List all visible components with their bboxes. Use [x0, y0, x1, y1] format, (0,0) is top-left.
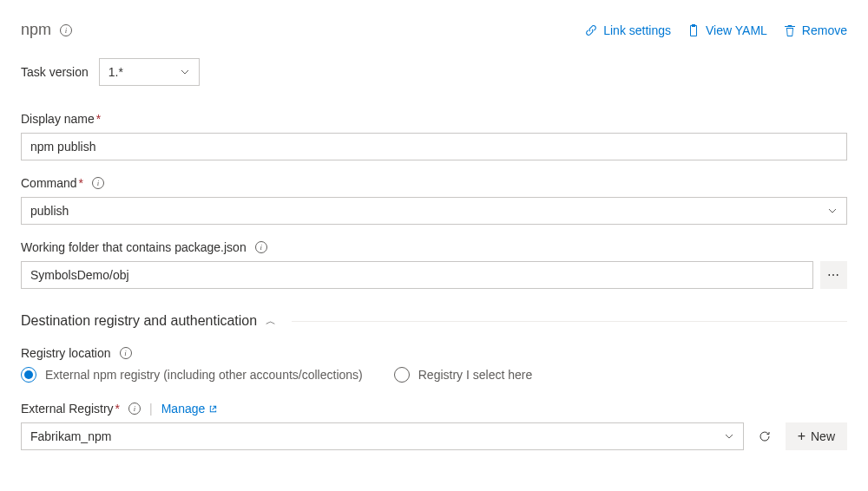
display-name-field: Display name*	[21, 112, 847, 160]
external-registry-label: External Registry	[21, 402, 114, 416]
remove-label: Remove	[802, 23, 847, 37]
working-folder-input[interactable]	[21, 261, 813, 289]
info-icon[interactable]: i	[255, 241, 267, 253]
task-header: npm i Link settings View YAML Remove	[21, 21, 847, 39]
radio-external-npm[interactable]: External npm registry (including other a…	[21, 367, 363, 383]
separator: |	[149, 402, 153, 416]
info-icon[interactable]: i	[60, 24, 72, 36]
section-title: Destination registry and authentication	[21, 313, 257, 329]
radio-select-here[interactable]: Registry I select here	[394, 367, 533, 383]
registry-location-label-row: Registry location i	[21, 346, 847, 360]
required-indicator: *	[115, 402, 120, 416]
ellipsis-icon: ⋯	[827, 268, 839, 282]
radio-circle	[394, 367, 410, 383]
required-indicator: *	[79, 176, 83, 190]
manage-label: Manage	[161, 402, 206, 416]
working-folder-label: Working folder that contains package.jso…	[21, 240, 247, 254]
refresh-button[interactable]	[751, 422, 779, 450]
task-version-label: Task version	[21, 65, 89, 79]
command-field: Command* i publish	[21, 176, 847, 225]
info-icon[interactable]: i	[128, 403, 141, 415]
remove-button[interactable]: Remove	[783, 23, 847, 37]
chevron-up-icon: ︿	[266, 314, 276, 329]
link-settings-button[interactable]: Link settings	[584, 23, 671, 37]
required-indicator: *	[96, 112, 101, 126]
task-title: npm	[21, 21, 51, 39]
display-name-label-row: Display name*	[21, 112, 847, 126]
registry-location-radios: External npm registry (including other a…	[21, 367, 847, 383]
radio-dot	[24, 370, 33, 379]
radio-select-here-label: Registry I select here	[418, 368, 533, 382]
radio-circle-selected	[21, 367, 36, 383]
destination-section-header[interactable]: Destination registry and authentication …	[21, 313, 847, 329]
section-divider	[292, 321, 847, 322]
trash-icon	[783, 23, 797, 37]
command-select[interactable]: publish	[21, 197, 847, 225]
link-settings-label: Link settings	[603, 23, 671, 37]
external-registry-label-row: External Registry* i | Manage	[21, 402, 847, 416]
task-version-field: Task version 1.*	[21, 58, 847, 86]
command-label: Command	[21, 176, 77, 190]
working-folder-field: Working folder that contains package.jso…	[21, 240, 847, 289]
external-registry-field: External Registry* i | Manage Fabrikam_n…	[21, 402, 847, 450]
working-folder-input-row: ⋯	[21, 261, 847, 289]
display-name-input[interactable]	[21, 133, 847, 160]
external-registry-select[interactable]: Fabrikam_npm	[21, 422, 744, 450]
info-icon[interactable]: i	[120, 347, 132, 359]
registry-location-field: Registry location i External npm registr…	[21, 346, 847, 383]
browse-button[interactable]: ⋯	[820, 261, 847, 289]
display-name-label: Display name	[21, 112, 95, 126]
refresh-icon	[758, 429, 772, 443]
external-link-icon	[208, 404, 218, 414]
info-icon[interactable]: i	[92, 177, 104, 189]
radio-external-label: External npm registry (including other a…	[45, 368, 363, 382]
new-label: New	[811, 429, 835, 443]
view-yaml-label: View YAML	[706, 23, 767, 37]
external-registry-row: Fabrikam_npm + New	[21, 422, 847, 450]
link-icon	[584, 23, 598, 37]
task-version-select[interactable]: 1.*	[99, 58, 200, 86]
new-button[interactable]: + New	[786, 422, 847, 450]
working-folder-label-row: Working folder that contains package.jso…	[21, 240, 847, 254]
plus-icon: +	[798, 429, 806, 444]
command-label-row: Command* i	[21, 176, 847, 190]
manage-link[interactable]: Manage	[161, 402, 219, 416]
title-wrap: npm i	[21, 21, 72, 39]
view-yaml-button[interactable]: View YAML	[687, 23, 767, 37]
clipboard-icon	[687, 23, 700, 37]
registry-location-label: Registry location	[21, 346, 111, 360]
header-actions: Link settings View YAML Remove	[584, 23, 847, 37]
